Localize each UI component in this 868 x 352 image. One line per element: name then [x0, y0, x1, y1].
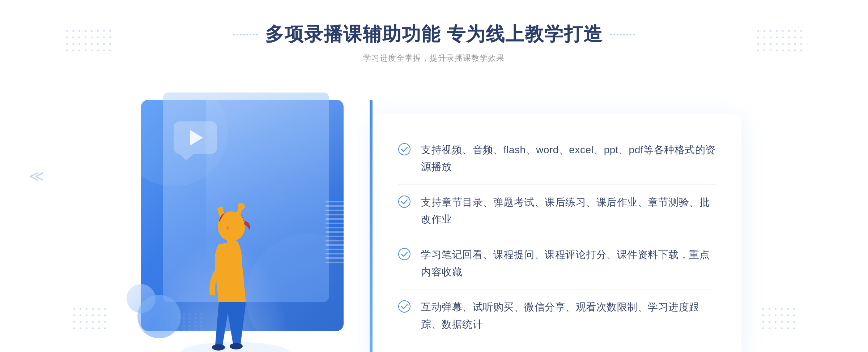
svg-point-2	[230, 343, 243, 349]
left-arrow-decoration: ≪	[29, 168, 41, 184]
features-wrapper: 支持视频、音频、flash、word、excel、ppt、pdf等各种格式的资源…	[373, 100, 741, 352]
title-row: 多项录播课辅助功能 专为线上教学打造	[233, 22, 635, 47]
check-icon-4	[398, 300, 411, 313]
features-area: 支持视频、音频、flash、word、excel、ppt、pdf等各种格式的资源…	[373, 114, 741, 352]
person-illustration	[156, 143, 318, 352]
feature-item-3: 学习笔记回看、课程提问、课程评论打分、课件资料下载，重点内容收藏	[398, 237, 716, 289]
page-title: 多项录播课辅助功能 专为线上教学打造	[265, 22, 603, 47]
svg-rect-6	[227, 240, 236, 246]
feature-item-2: 支持章节目录、弹题考试、课后练习、课后作业、章节测验、批改作业	[398, 185, 716, 237]
check-icon-2	[398, 195, 411, 208]
feature-text-1: 支持视频、音频、flash、word、excel、ppt、pdf等各种格式的资源…	[421, 141, 716, 176]
check-icon-1	[398, 143, 411, 156]
svg-point-1	[212, 344, 225, 351]
svg-point-9	[399, 196, 410, 207]
svg-point-11	[399, 301, 410, 312]
feature-item-4: 互动弹幕、试听购买、微信分享、观看次数限制、学习进度跟踪、数据统计	[398, 290, 716, 342]
striped-rect-decoration	[326, 201, 347, 266]
header-section: 多项录播课辅助功能 专为线上教学打造 学习进度全掌握，提升录播课教学效果	[233, 22, 635, 64]
illustration-area	[127, 85, 373, 352]
feature-text-4: 互动弹幕、试听购买、微信分享、观看次数限制、学习进度跟踪、数据统计	[421, 299, 716, 333]
main-content: 支持视频、音频、flash、word、excel、ppt、pdf等各种格式的资源…	[127, 85, 741, 352]
left-title-decoration	[233, 34, 258, 35]
feature-item-1: 支持视频、音频、flash、word、excel、ppt、pdf等各种格式的资源…	[398, 133, 716, 185]
feature-text-2: 支持章节目录、弹题考试、课后练习、课后作业、章节测验、批改作业	[421, 194, 716, 228]
left-accent-bar	[370, 100, 373, 352]
svg-point-8	[399, 143, 410, 155]
page-container: ≪ 多项录播课辅助功能 专为线上教学打造 学习进度全掌握，提升录播课教学效果	[0, 0, 868, 352]
check-icon-3	[398, 248, 411, 261]
svg-point-7	[238, 203, 245, 210]
svg-point-10	[399, 248, 410, 260]
svg-point-4	[226, 226, 229, 230]
right-title-decoration	[610, 34, 635, 35]
page-subtitle: 学习进度全掌握，提升录播课教学效果	[233, 53, 635, 64]
feature-text-3: 学习笔记回看、课程提问、课程评论打分、课件资料下载，重点内容收藏	[421, 246, 716, 280]
